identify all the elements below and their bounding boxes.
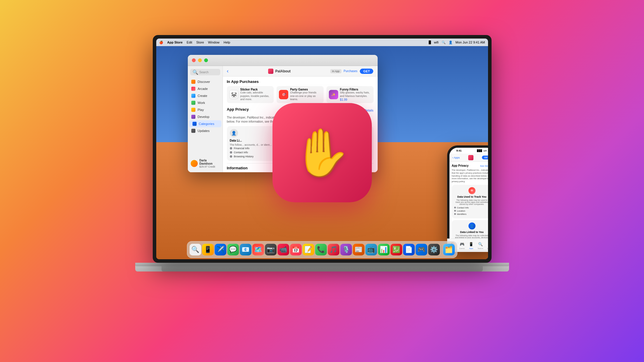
sidebar-item-work[interactable]: Work [188,99,223,106]
sidebar-item-arcade[interactable]: Arcade [188,85,223,92]
minimize-button[interactable] [198,58,202,62]
iphone-back-button[interactable]: ‹ Apps [452,156,460,159]
menu-bar-right: ▉ wifi 🔍 👤 Mon Jun 22 9:41 AM [429,41,485,44]
track-dot-2 [454,210,456,212]
tab-updates-icon: ⬇️ [488,242,488,247]
dock-mail[interactable]: 📧 [240,244,251,255]
maximize-button[interactable] [204,58,208,62]
dock-calendar[interactable]: 📅 [290,244,302,255]
sidebar-search[interactable]: 🔍 Search [190,69,220,75]
dock-facetime[interactable]: 📹 [277,244,289,255]
iphone-app-header: ‹ Apps GET [449,154,488,162]
header-actions: In App Purchases GET [330,69,373,74]
dock-messages[interactable]: 💬 [227,244,239,255]
iphone-palabout-icon [468,155,473,160]
apple-menu[interactable]: 🍎 [159,41,163,44]
sticker-name: Sticker Pack [240,88,272,91]
dock-numbers[interactable]: 📊 [378,244,390,255]
dock-news[interactable]: 📰 [353,244,364,255]
app-title: PalAbout [275,69,291,73]
user-name: Darla Davidson [199,159,220,165]
menu-window[interactable]: Window [208,41,219,44]
contact-label: Contact Info [234,151,248,154]
dock-system-prefs[interactable]: ⚙️ [428,244,440,255]
menu-help[interactable]: Help [223,41,230,44]
iphone-get-button[interactable]: GET [482,156,488,159]
discover-icon [191,80,195,84]
develop-icon [191,115,195,119]
sidebar-label-develop: Develop [198,115,209,119]
iphone-screen: 9:41 ▉▉▉ wifi ▓ [449,148,488,250]
app-icon-small [268,69,273,74]
search-icon[interactable]: 🔍 [442,41,446,44]
menu-edit[interactable]: Edit [187,41,192,44]
arcade-icon [191,87,195,91]
contact-dot [230,151,232,154]
sidebar: 🔍 Search Discover Arc [188,66,223,172]
iphone-tab-games[interactable]: 🎮 Games [459,242,465,249]
iap-item-sticker[interactable]: 🐼 Sticker Pack Cute cats, adorable puppi… [227,86,274,103]
purchases-link[interactable]: Purchases [344,69,357,73]
dock-appstore[interactable]: 🎮 [416,244,427,255]
dock-podcasts[interactable]: 🎙️ [340,244,352,255]
dock-keynote[interactable]: 💹 [390,244,402,255]
play-icon [191,108,195,112]
iphone-signal-icon: ▉▉▉ [477,149,482,152]
sidebar-label-play: Play [198,108,204,112]
sidebar-label-categories: Categories [199,122,214,126]
sidebar-item-develop[interactable]: Develop [188,113,223,120]
iphone-tab-apps[interactable]: 📱 Apps [468,242,474,249]
dock-photos[interactable]: 📷 [265,244,277,255]
dock-maps[interactable]: 🗺️ [252,244,264,255]
dock-tv[interactable]: 📺 [365,244,377,255]
iphone-body: 9:41 ▉▉▉ wifi ▓ [447,145,488,252]
iphone-status-icons: ▉▉▉ wifi ▓ [477,149,488,152]
tab-games-icon: 🎮 [459,242,465,247]
sidebar-label-updates: Updates [198,129,210,133]
iphone-status-bar: 9:41 ▉▉▉ wifi ▓ [449,148,488,154]
get-button[interactable]: GET [360,69,374,74]
dock-safari[interactable]: ✈️ [215,244,226,255]
back-button[interactable]: ‹ [227,68,229,74]
desktop-content: 🔍 Search Discover Arc [156,46,488,259]
iphone-tab-search[interactable]: 🔍 Search [478,242,483,249]
financial-label: Financial Info [234,147,250,150]
iap-item-filters[interactable]: ✨ Funny Filters Silly glasses, wacky hat… [327,86,374,103]
sidebar-item-categories[interactable]: Categories [189,120,221,127]
sidebar-item-play[interactable]: Play [188,106,223,113]
iphone-see-details[interactable]: See Details [480,165,488,167]
macbook-container: 🍎 App Store PalAbout Edit Store Window H… [100,35,544,327]
iap-item-party[interactable]: 🎯 Party Games Challenge your friends one… [277,86,324,103]
close-button[interactable] [192,58,196,62]
iphone-track-box: 👁 Data Used to Track You The following d… [452,185,488,218]
filters-desc: Silly glasses, wacky hats, and hilarious… [340,91,371,98]
app-store-menu[interactable]: App Store [167,41,183,44]
dock-phone[interactable]: 📞 [315,244,327,255]
dock-notes[interactable]: 📝 [303,244,314,255]
tab-updates-label: Updates [487,248,488,249]
filters-info: Funny Filters Silly glasses, wacky hats,… [340,88,371,101]
user-info: Darla Davidson $29.97 Credit [199,159,220,168]
dock-finder[interactable]: 🔍 [190,244,201,255]
browsing-dot [230,155,232,158]
user-icon: 👤 [449,41,453,44]
dock-pages[interactable]: 📄 [403,244,415,255]
sidebar-item-discover[interactable]: Discover [188,78,223,85]
iphone-linked-title: Data Linked to You [454,231,488,234]
track-label-2: Location [457,210,465,212]
sidebar-user: Darla Davidson $29.97 Credit [188,157,223,170]
sidebar-item-create[interactable]: Create [188,92,223,99]
sidebar-item-updates[interactable]: Updates [188,127,223,134]
menu-store[interactable]: Store [196,41,204,44]
categories-icon [192,122,197,126]
dock-music[interactable]: 🎵 [328,244,339,255]
iphone-content: App Privacy See Details The developer, P… [449,162,488,250]
iphone-track-icon: 👁 [468,187,475,194]
iphone-track-sub: The following data may be used to track … [454,199,488,205]
battery-icon: ▉ [429,41,431,44]
dock-finder2[interactable]: 🗂️ [443,244,455,255]
iphone-tab-updates[interactable]: ⬇️ Updates [487,242,488,249]
dock-launchpad[interactable]: 📱 [202,244,214,255]
wifi-icon: wifi [434,41,439,44]
iphone-track-item-3: Identifiers [454,213,488,215]
